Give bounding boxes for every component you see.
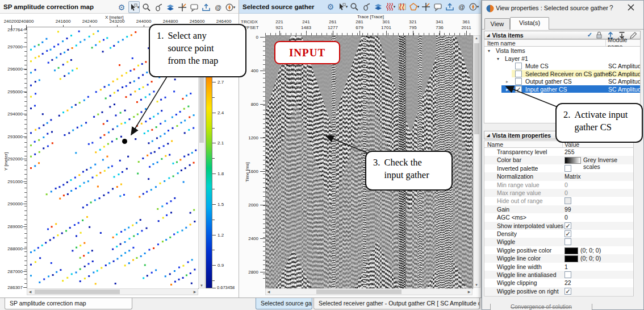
scroll-right-arrow[interactable]: ▶ [192, 290, 198, 294]
toolbar-select-button[interactable]: ▾ [128, 1, 140, 13]
expander-open-icon[interactable]: ▾ [497, 56, 499, 61]
document-tab-1[interactable]: SP amplitude correction map [5, 298, 132, 309]
toolbar-select-button[interactable]: ▾ [337, 1, 348, 12]
tree-row-layer-1[interactable]: ▾Layer #1 [484, 55, 640, 63]
grey-inverse-gradient-swatch[interactable] [564, 157, 581, 164]
prop-row-density[interactable]: Density✓ [484, 230, 633, 238]
prop-value[interactable]: 0 [564, 214, 568, 221]
tree-row-input-gather-cs[interactable]: ▸✓Input gather CSSC Amplitude c [484, 85, 640, 93]
chevron-down-icon[interactable]: ▾ [417, 5, 420, 9]
tab-vistas[interactable]: Vista(s) [510, 17, 550, 30]
scrollbar-thumb[interactable] [35, 290, 120, 294]
document-tab-2[interactable]: Selected source gat... [256, 298, 312, 309]
prop-row-hide-out-of-range[interactable]: Hide out of range [484, 197, 633, 205]
gather-horizontal-scrollbar[interactable]: ◀▶ [265, 288, 472, 295]
toolbar-comment-button[interactable] [433, 1, 443, 12]
prop-value[interactable]: 0 [564, 181, 568, 188]
prop-value[interactable]: (0; 0; 0) [580, 255, 601, 262]
convergence-tab[interactable]: Convergence of solution [490, 304, 592, 310]
scrollbar-thumb[interactable] [474, 43, 479, 134]
toolbar-comment-button[interactable] [189, 2, 199, 13]
toolbar-compass-button[interactable]: ▾ [469, 1, 479, 12]
prop-row-inverted-palette[interactable]: Inverted palette [484, 164, 633, 172]
toolbar-annotation-button[interactable]: @ [213, 2, 223, 13]
toolbar-gear-button[interactable]: ⚙ [116, 2, 127, 13]
toolbar-wiggle-density-button[interactable] [397, 1, 407, 12]
prop-value[interactable]: Matrix [564, 173, 581, 180]
prop-value[interactable]: 0 [564, 189, 568, 196]
toolbar-wiggle-button[interactable]: ▾ [385, 1, 395, 12]
gather-vertical-scrollbar[interactable]: ▲▼ [473, 35, 480, 288]
prop-row-gain[interactable]: Gain99 [484, 205, 633, 213]
scroll-left-arrow[interactable]: ◀ [266, 290, 271, 294]
prop-checkbox[interactable]: ✓ [564, 230, 571, 237]
prop-col-name[interactable]: Name [484, 141, 503, 148]
prop-checkbox[interactable] [564, 165, 571, 172]
chevron-down-icon[interactable]: ▾ [233, 5, 236, 10]
toolbar-pick-button[interactable] [361, 1, 371, 12]
expander-closed-icon[interactable]: ▸ [506, 87, 508, 92]
tree-row-output-gather-cs[interactable]: ▸Output gather CSSC Amplitude c [484, 77, 640, 85]
prop-row-wiggle-line-width[interactable]: Wiggle line width1 [484, 263, 633, 271]
prop-value[interactable]: 99 [564, 206, 571, 213]
toolbar-pick-button[interactable] [153, 2, 164, 13]
chevron-down-icon[interactable]: ▾ [394, 5, 396, 9]
prop-row-transparency-level[interactable]: Transparency level255 [484, 148, 633, 156]
chevron-down-icon[interactable]: ▾ [346, 5, 348, 9]
color-swatch[interactable] [564, 247, 578, 254]
color-swatch[interactable] [564, 255, 578, 262]
tree-checkbox[interactable] [515, 78, 522, 85]
tree-col-item-name[interactable]: Item name [484, 40, 516, 47]
prop-row-wiggle-line-antialiased[interactable]: Wiggle line antialiased [484, 271, 633, 279]
lock-icon[interactable] [595, 31, 604, 40]
toolbar-compass-button[interactable]: ▾ [225, 2, 235, 13]
selected-source-point[interactable] [122, 139, 127, 144]
prop-row-color-bar[interactable]: Color barGrey Inverse scales [484, 156, 633, 164]
prop-row-wiggle-positive-on-right[interactable]: Wiggle positive on right✓ [484, 287, 633, 295]
toolbar-export-button[interactable] [445, 1, 455, 12]
prop-row-show-interpolated-values[interactable]: Show interpolated values✓ [484, 222, 633, 230]
chevron-down-icon[interactable]: ▾ [137, 5, 140, 10]
prop-value[interactable]: (0; 0; 0) [580, 247, 601, 254]
prop-value[interactable]: 1 [564, 263, 568, 270]
prop-checkbox[interactable] [564, 238, 571, 245]
prop-row-wiggle-line-color[interactable]: Wiggle line color(0; 0; 0) [484, 254, 633, 262]
prop-row-min-range-value[interactable]: Min range value0 [484, 181, 633, 189]
tab-view[interactable]: View [484, 18, 510, 30]
prop-checkbox[interactable]: ✓ [564, 288, 571, 295]
toolbar-crosshair-button[interactable] [421, 1, 431, 12]
toolbar-crosshair-button[interactable] [177, 2, 187, 13]
chevron-down-icon[interactable]: ▾ [477, 5, 479, 9]
toolbar-export-button[interactable] [201, 2, 211, 13]
scrollbar-thumb[interactable] [316, 290, 402, 294]
prop-value[interactable]: 22 [564, 279, 571, 286]
toolbar-zoom-button[interactable] [349, 1, 359, 12]
scroll-right-arrow[interactable]: ▶ [466, 290, 472, 294]
prop-row-max-range-value[interactable]: Max range value0 [484, 189, 633, 197]
prop-checkbox[interactable]: ✓ [564, 222, 571, 229]
prop-row-wiggle-positive-color[interactable]: Wiggle positive color(0; 0; 0) [484, 246, 633, 254]
close-button[interactable] [626, 3, 635, 12]
scroll-down-arrow[interactable]: ▼ [474, 283, 479, 287]
toolbar-gear-button[interactable]: ⚙ [325, 1, 336, 12]
toolbar-layers-button[interactable] [373, 1, 383, 12]
scroll-down-arrow[interactable]: ▼ [199, 284, 204, 287]
map-horizontal-scrollbar[interactable]: ◀▶ [27, 288, 198, 295]
toolbar-layers-button[interactable] [165, 2, 175, 13]
prop-row-wiggle[interactable]: Wiggle [484, 238, 633, 246]
scroll-up-arrow[interactable]: ▲ [474, 36, 479, 40]
prop-row-wiggle-clipping[interactable]: Wiggle clipping22 [484, 279, 633, 287]
prop-checkbox[interactable] [564, 271, 571, 278]
expander-closed-icon[interactable]: ▸ [506, 79, 508, 84]
document-tab-3[interactable]: Selected receiver gather - Output gather… [313, 298, 480, 309]
prop-row-normalization[interactable]: NormalizationMatrix [484, 172, 633, 180]
tree-checkbox[interactable] [515, 71, 522, 77]
scroll-left-arrow[interactable]: ◀ [27, 290, 33, 294]
prop-checkbox[interactable] [564, 197, 571, 204]
expander-open-icon[interactable]: ▾ [488, 48, 490, 53]
tree-row-mute-cs[interactable]: Mute CSSC Amplitude c [484, 62, 640, 70]
tree-checkbox[interactable]: ✓ [515, 86, 522, 93]
help-button[interactable]: ? [609, 4, 613, 12]
tree-row-selected-receiver-on-cs-gather[interactable]: Selected Receiver on CS gatherSC Amplitu… [484, 70, 640, 78]
tree-row-vista-items[interactable]: ▾Vista Items [484, 47, 640, 55]
